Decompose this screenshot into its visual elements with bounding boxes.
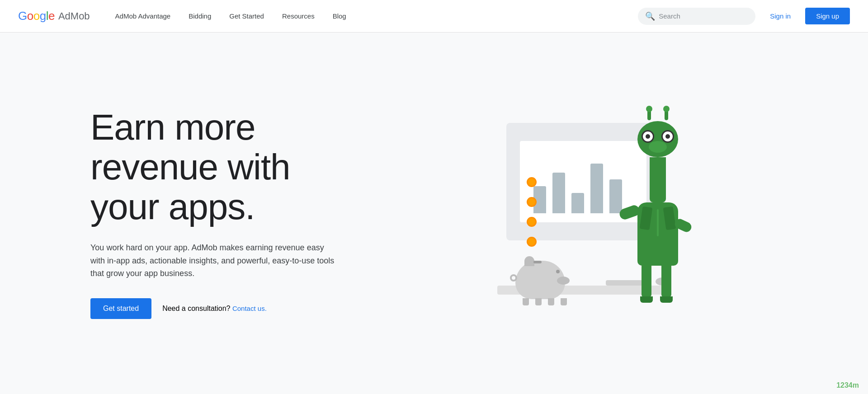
nav-right: 🔍 Sign in Sign up: [638, 8, 850, 25]
piggy-leg-3: [548, 298, 554, 305]
hero-content: Earn more revenue with your apps. You wo…: [90, 108, 407, 319]
nav-bidding[interactable]: Bidding: [181, 9, 218, 23]
consultation-text: Need a consultation? Contact us.: [162, 305, 267, 313]
giraffe-leg-right: [661, 266, 674, 304]
giraffe-snout: [649, 141, 667, 153]
search-bar[interactable]: 🔍: [638, 8, 755, 25]
hero-actions: Get started Need a consultation? Contact…: [90, 298, 407, 319]
illustration-container: [479, 87, 705, 340]
nav-admob-advantage[interactable]: AdMob Advantage: [108, 9, 178, 23]
piggy-bank: [515, 261, 565, 299]
nav-blog[interactable]: Blog: [326, 9, 354, 23]
piggy-body: [515, 261, 565, 299]
chart-bar-5: [609, 179, 622, 213]
nav-links: AdMob Advantage Bidding Get Started Reso…: [108, 9, 638, 23]
navbar: Google AdMob AdMob Advantage Bidding Get…: [0, 0, 868, 33]
coins-container: [527, 177, 537, 247]
giraffe-neck: [650, 157, 666, 202]
chart-bar-3: [571, 193, 584, 213]
signup-button[interactable]: Sign up: [805, 8, 850, 24]
piggy-ear: [524, 256, 534, 266]
giraffe-character: [637, 110, 678, 304]
piggy-leg-2: [535, 298, 542, 305]
giraffe-eye-left: [642, 130, 654, 143]
antenna-left: [647, 110, 651, 120]
giraffe-pupil-right: [665, 134, 670, 139]
google-logo: Google: [18, 9, 55, 23]
nav-resources[interactable]: Resources: [275, 9, 322, 23]
signin-button[interactable]: Sign in: [763, 9, 798, 23]
giraffe-eye-right: [661, 130, 674, 143]
hero-section: Earn more revenue with your apps. You wo…: [0, 33, 868, 394]
piggy-coin-hole: [533, 261, 542, 263]
giraffe-head-area: [637, 110, 678, 157]
jacket-zipper: [657, 209, 659, 236]
get-started-button[interactable]: Get started: [90, 298, 151, 319]
giraffe-pupil-left: [646, 134, 650, 139]
jacket-lapel-right: [663, 206, 676, 230]
giraffe-leg-left: [642, 266, 654, 304]
hero-description: You work hard on your app. AdMob makes e…: [90, 241, 335, 280]
giraffe-arm-right: [673, 217, 693, 234]
chart-bar-2: [552, 173, 565, 213]
coin-4: [527, 237, 537, 247]
coin-1: [527, 177, 537, 187]
coin-3: [527, 217, 537, 227]
logo[interactable]: Google AdMob: [18, 9, 90, 23]
contact-link[interactable]: Contact us.: [232, 305, 267, 312]
piggy-tail: [510, 274, 517, 281]
giraffe-legs: [642, 266, 674, 304]
piggy-eye: [556, 270, 560, 273]
giraffe-antennae: [647, 110, 668, 120]
hero-illustration: [407, 78, 778, 349]
giraffe-body: [637, 202, 678, 266]
admob-logo-text: AdMob: [58, 10, 90, 22]
search-input[interactable]: [659, 12, 748, 20]
piggy-snout: [557, 277, 570, 285]
giraffe-head: [637, 121, 678, 157]
coin-2: [527, 197, 537, 207]
piggy-legs: [523, 298, 567, 305]
search-icon: 🔍: [645, 11, 655, 21]
antenna-right: [665, 110, 668, 120]
chart-bar-4: [590, 164, 603, 213]
piggy-leg-1: [523, 298, 529, 305]
watermark: 1234m: [836, 381, 859, 389]
hero-title: Earn more revenue with your apps.: [90, 108, 407, 227]
nav-get-started[interactable]: Get Started: [222, 9, 271, 23]
jacket-lapel-left: [640, 206, 653, 230]
piggy-leg-4: [561, 298, 567, 305]
